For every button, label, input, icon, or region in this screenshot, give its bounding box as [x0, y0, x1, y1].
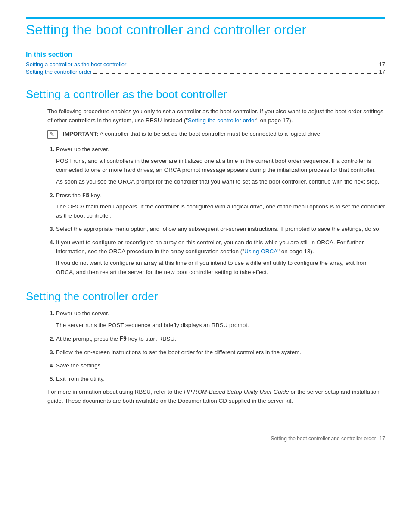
step-2-3-label: Follow the on-screen instructions to set…: [56, 349, 301, 355]
title-rule: [26, 17, 385, 19]
step-2-1-sub1: The server runs the POST sequence and br…: [56, 321, 385, 330]
step-1-2-label: Press the F8 key.: [56, 192, 101, 199]
toc-dots-1: [128, 66, 377, 66]
orca-link[interactable]: Using ORCA: [244, 248, 277, 255]
step-1-3-label: Select the appropriate menu option, and …: [56, 226, 380, 232]
page-title: Setting the boot controller and controll…: [26, 22, 385, 38]
intro-link[interactable]: Setting the controller order: [188, 117, 256, 124]
step-2-5-label: Exit from the utility.: [56, 376, 105, 382]
toc-entry-2: Setting the controller order 17: [26, 68, 385, 75]
step-1-1: Power up the server. POST runs, and all …: [56, 145, 385, 187]
toc-entry-1: Setting a controller as the boot control…: [26, 61, 385, 68]
step-1-2-sub1: The ORCA main menu appears. If the contr…: [56, 202, 385, 221]
section2-heading: Setting the controller order: [26, 290, 385, 303]
toc-page-2: 17: [379, 68, 385, 75]
section2-body: Power up the server. The server runs the…: [26, 309, 385, 406]
important-icon: [47, 130, 58, 139]
footer-left: Setting the boot controller and controll…: [271, 436, 376, 442]
footer: Setting the boot controller and controll…: [26, 436, 385, 442]
toc-heading: In this section: [26, 51, 385, 59]
toc-dots-2: [93, 73, 377, 74]
section1-steps: Power up the server. POST runs, and all …: [56, 145, 385, 277]
toc-link-2[interactable]: Setting the controller order: [26, 68, 92, 75]
step-2-4-label: Save the settings.: [56, 362, 102, 369]
step-1-2: Press the F8 key. The ORCA main menu app…: [56, 191, 385, 221]
step-1-4: If you want to configure or reconfigure …: [56, 238, 385, 277]
footer-rule: [26, 432, 385, 432]
section1-body: The following procedure enables you only…: [26, 107, 385, 277]
section1-heading: Setting a controller as the boot control…: [26, 88, 385, 101]
step-2-4: Save the settings.: [56, 361, 385, 370]
step-2-1-label: Power up the server.: [56, 310, 109, 317]
toc-section: In this section Setting a controller as …: [26, 51, 385, 75]
step-2-3: Follow the on-screen instructions to set…: [56, 348, 385, 357]
step-1-4-label: If you want to configure or reconfigure …: [56, 239, 364, 255]
toc-page-1: 17: [379, 61, 385, 68]
toc-link-1[interactable]: Setting a controller as the boot control…: [26, 61, 126, 68]
important-box: IMPORTANT: A controller that is to be se…: [47, 130, 385, 139]
step-1-1-sub1: POST runs, and all controllers in the se…: [56, 157, 385, 175]
footer-page: 17: [380, 436, 385, 442]
important-text: IMPORTANT: A controller that is to be se…: [63, 130, 322, 138]
section1-intro: The following procedure enables you only…: [47, 107, 385, 125]
step-2-2: At the prompt, press the F9 key to start…: [56, 334, 385, 344]
step-2-5: Exit from the utility.: [56, 375, 385, 384]
step-2-1: Power up the server. The server runs the…: [56, 309, 385, 330]
step-1-4-sub1: If you do not want to configure an array…: [56, 259, 385, 277]
section2-steps: Power up the server. The server runs the…: [56, 309, 385, 384]
section2-footer-para: For more information about using RBSU, r…: [47, 388, 385, 406]
step-1-3: Select the appropriate menu option, and …: [56, 225, 385, 234]
step-1-1-label: Power up the server.: [56, 146, 109, 152]
step-2-2-label: At the prompt, press the F9 key to start…: [56, 336, 176, 342]
step-1-1-sub2: As soon as you see the ORCA prompt for t…: [56, 177, 385, 187]
